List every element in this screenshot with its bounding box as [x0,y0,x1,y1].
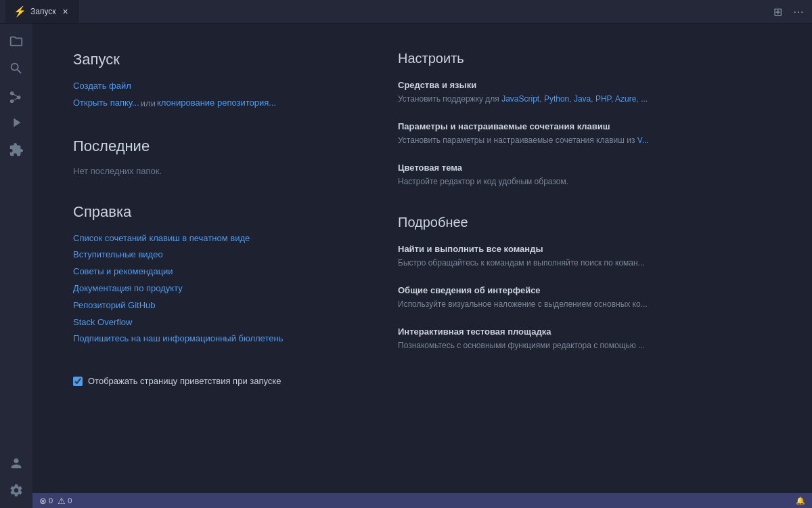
keybindings-item: Параметры и настраиваемые сочетания клав… [398,121,771,146]
titlebar-actions: ⊞ ⋯ [771,4,807,20]
sidebar-item-search[interactable] [4,56,28,81]
open-folder-link[interactable]: Открыть папку... [73,96,139,110]
content-area: Запуск Создать файл Открыть папку... или… [32,24,812,508]
learn-title: Подробнее [398,215,771,230]
create-file-link[interactable]: Создать файл [73,79,357,93]
show-welcome-label: Отображать страницу приветствия при запу… [88,376,281,386]
learn-section: Подробнее Найти и выполнить все команды … [398,215,771,352]
sidebar-item-settings[interactable] [4,478,28,503]
vscode-icon: ⚡ [14,5,26,18]
welcome-page: Запуск Создать файл Открыть папку... или… [32,24,812,493]
search-icon [9,61,24,76]
playground-title: Интерактивная тестовая площадка [398,326,771,337]
interface-item: Общие сведения об интерфейсе Используйте… [398,285,771,310]
errors-status[interactable]: ⊗ 0 ⚠ 0 [39,496,72,506]
left-column: Запуск Создать файл Открыть папку... или… [73,51,357,466]
customize-title: Настроить [398,51,771,66]
start-section: Запуск Создать файл Открыть папку... или… [73,51,357,110]
recent-title: Последние [73,137,357,155]
warning-icon: ⚠ [58,496,66,506]
run-icon [9,115,24,130]
files-icon [9,34,24,49]
help-link-keyboard[interactable]: Список сочетаний клавиш в печатном виде [73,232,357,246]
sidebar-bottom [4,451,28,503]
sidebar [0,24,32,508]
settings-icon [9,483,24,498]
help-section: Справка Список сочетаний клавиш в печатн… [73,203,357,350]
more-link[interactable]: ... [641,94,648,104]
playground-item: Интерактивная тестовая площадка Познаком… [398,326,771,352]
keybindings-desc: Установить параметры и настраиваемые соч… [398,134,771,146]
sidebar-item-extensions[interactable] [4,137,28,162]
interface-title: Общие сведения об интерфейсе [398,285,771,295]
color-theme-item: Цветовая тема Настройте редактор и код у… [398,163,771,188]
recent-section: Последние Нет последних папок. [73,137,357,176]
right-column: Настроить Средства и языки Установить по… [398,51,771,466]
open-folder-row: Открыть папку... или клонирование репози… [73,96,357,110]
notification-icon[interactable]: 🔔 [796,496,805,505]
color-theme-desc: Настройте редактор и код удобным образом… [398,175,771,188]
azure-link[interactable]: Azure [615,94,636,104]
tab-label: Запуск [30,7,56,16]
account-icon [9,456,24,471]
help-link-newsletter[interactable]: Подпишитесь на наш информационный бюллет… [73,332,357,346]
playground-desc: Познакомьтесь с основными функциями реда… [398,339,771,352]
tools-languages-title: Средства и языки [398,80,771,90]
help-link-github[interactable]: Репозиторий GitHub [73,299,357,313]
main-layout: Запуск Создать файл Открыть папку... или… [0,24,812,508]
commands-desc: Быстро обращайтесь к командам и выполняй… [398,257,771,269]
sidebar-item-source-control[interactable] [4,83,28,108]
java-link[interactable]: Java [574,94,591,104]
recent-empty-text: Нет последних папок. [73,166,357,176]
commands-title: Найти и выполнить все команды [398,244,771,254]
help-link-videos[interactable]: Вступительные видео [73,248,357,262]
js-link[interactable]: JavaScript [501,94,539,104]
extensions-icon [9,142,24,157]
split-editor-button[interactable]: ⊞ [771,4,785,20]
more-actions-button[interactable]: ⋯ [790,4,807,20]
interface-desc: Используйте визуальное наложение с выдел… [398,298,771,310]
sidebar-item-account[interactable] [4,451,28,475]
php-link[interactable]: PHP [595,94,611,104]
open-folder-separator: или [141,98,156,108]
help-link-stackoverflow[interactable]: Stack Overflow [73,316,357,330]
commands-item: Найти и выполнить все команды Быстро обр… [398,244,771,269]
statusbar-right: 🔔 [796,496,805,505]
error-count: 0 [49,496,53,505]
tab-close-button[interactable]: × [60,6,71,17]
statusbar: ⊗ 0 ⚠ 0 🔔 [32,493,812,508]
start-title: Запуск [73,51,357,68]
color-theme-title: Цветовая тема [398,163,771,173]
show-welcome-checkbox[interactable] [73,377,83,386]
help-links-list: Список сочетаний клавиш в печатном виде … [73,232,357,350]
help-link-tips[interactable]: Советы и рекомендации [73,265,357,279]
welcome-tab[interactable]: ⚡ Запуск × [5,0,79,23]
sidebar-item-run[interactable] [4,110,28,135]
warning-count: 0 [68,496,72,505]
tools-languages-desc: Установить поддержку для JavaScript, Pyt… [398,93,771,105]
clone-repo-link[interactable]: клонирование репозитория... [157,96,276,110]
source-control-icon [9,88,24,103]
tools-languages-item: Средства и языки Установить поддержку дл… [398,80,771,105]
titlebar: ⚡ Запуск × ⊞ ⋯ [0,0,812,24]
keybindings-title: Параметры и настраиваемые сочетания клав… [398,121,771,131]
customize-section: Настроить Средства и языки Установить по… [398,51,771,188]
help-title: Справка [73,203,357,221]
sidebar-item-explorer[interactable] [4,29,28,54]
help-link-docs[interactable]: Документация по продукту [73,282,357,296]
keybindings-link[interactable]: V... [637,135,649,145]
error-icon: ⊗ [39,496,47,506]
python-link[interactable]: Python [544,94,569,104]
show-welcome-checkbox-row: Отображать страницу приветствия при запу… [73,376,357,386]
